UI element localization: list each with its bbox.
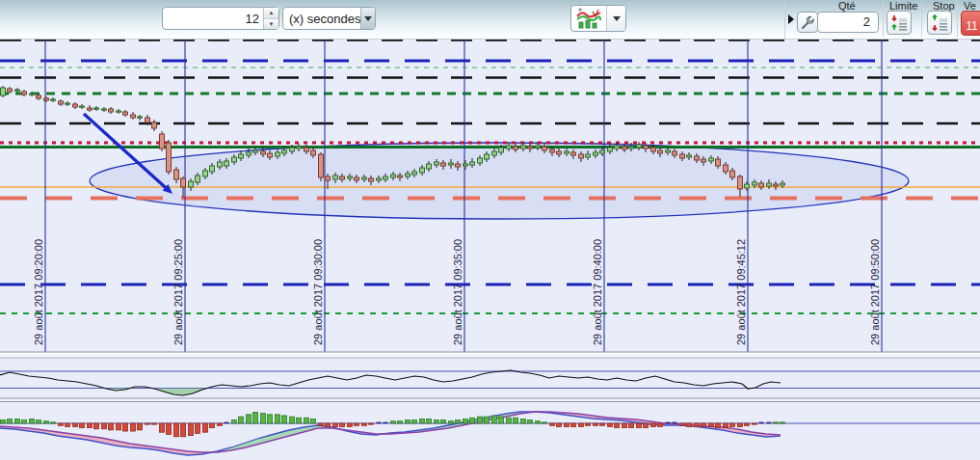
svg-text:29 août 2017 09:50:00: 29 août 2017 09:50:00 xyxy=(869,239,881,345)
svg-text:29 août 2017 09:35:00: 29 août 2017 09:35:00 xyxy=(452,239,464,345)
settings-button[interactable] xyxy=(797,12,818,33)
interval-down-icon[interactable]: ▼ xyxy=(264,19,278,30)
toolbar-divider xyxy=(784,0,785,39)
limit-order-icon xyxy=(890,14,908,32)
svg-text:29 août 2017 09:40:00: 29 août 2017 09:40:00 xyxy=(592,239,603,345)
chevron-down-icon xyxy=(613,16,621,21)
stop-order-button[interactable] xyxy=(927,11,952,35)
svg-text:29 août 2017 09:30:00: 29 août 2017 09:30:00 xyxy=(312,239,324,345)
main-chart-canvas[interactable]: 29 août 2017 09:20:0029 août 2017 09:25:… xyxy=(0,0,980,460)
svg-text:29 août 2017 09:20:00: 29 août 2017 09:20:00 xyxy=(33,239,44,345)
group-divider xyxy=(883,0,884,37)
qty-label: Qté xyxy=(838,0,856,12)
limit-order-button[interactable] xyxy=(887,11,912,35)
wrench-icon xyxy=(801,15,815,30)
stop-order-icon xyxy=(931,14,948,32)
interval-unit-dropdown[interactable]: (x) secondes xyxy=(282,7,376,30)
interval-unit-value: (x) secondes xyxy=(283,12,360,26)
interval-up-icon[interactable]: ▲ xyxy=(264,8,278,19)
panel-expand-arrow-icon[interactable] xyxy=(788,14,794,24)
group-divider xyxy=(921,0,922,37)
chart-type-icon xyxy=(571,6,607,31)
sell-button[interactable]: 11 xyxy=(961,11,980,36)
interval-spinner[interactable]: 12 ▲ ▼ xyxy=(162,7,279,30)
svg-text:29 août 2017 09:25:00: 29 août 2017 09:25:00 xyxy=(172,239,184,345)
chevron-down-icon xyxy=(364,16,372,21)
toolbar: 12 ▲ ▼ (x) secondes xyxy=(0,0,980,40)
qty-input[interactable]: 2 xyxy=(817,12,879,33)
chart-type-dropdown[interactable] xyxy=(607,6,625,31)
dropdown-button[interactable] xyxy=(360,8,375,29)
svg-text:29 août 2017 09:45:12: 29 août 2017 09:45:12 xyxy=(735,239,747,345)
interval-value: 12 xyxy=(163,12,263,26)
chart-type-button[interactable] xyxy=(570,5,626,32)
group-divider xyxy=(957,0,958,37)
